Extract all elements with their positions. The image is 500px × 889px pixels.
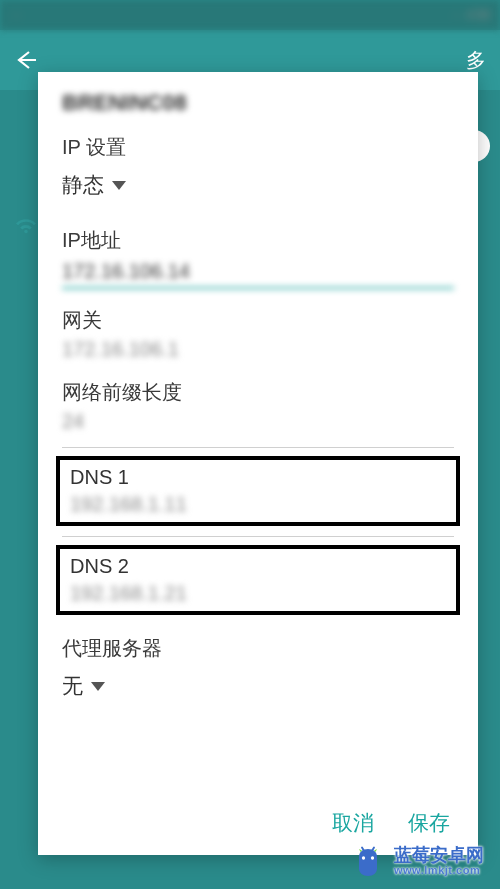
dns2-value[interactable]: 192.168.1.21 <box>70 582 446 605</box>
ip-settings-field[interactable]: IP 设置 静态 <box>62 124 454 217</box>
dialog-body: IP 设置 静态 IP地址 网关 172.16.106.1 网络前缀长度 24 … <box>38 124 478 795</box>
gateway-value[interactable]: 172.16.106.1 <box>62 338 454 361</box>
dns1-box: DNS 1 192.168.1.11 <box>56 456 460 526</box>
ip-settings-label: IP 设置 <box>62 134 454 161</box>
status-right: ···· 4:56 <box>450 8 490 22</box>
status-bar: ···· ···· 4:56 <box>0 0 500 30</box>
watermark-line2: www.lmkjt.com <box>394 865 484 877</box>
dns2-label: DNS 2 <box>70 555 446 578</box>
more-button[interactable]: 多 <box>466 47 486 74</box>
prefix-value[interactable]: 24 <box>62 410 454 433</box>
wifi-icon <box>12 210 40 238</box>
watermark-line1: 蓝莓安卓网 <box>394 846 484 865</box>
proxy-value: 无 <box>62 672 83 700</box>
separator <box>62 536 454 537</box>
ip-address-input[interactable] <box>62 258 454 289</box>
status-left: ···· <box>10 8 23 22</box>
prefix-field: 网络前缀长度 24 <box>62 369 454 441</box>
save-button[interactable]: 保存 <box>408 809 450 837</box>
logo-icon <box>350 843 386 879</box>
ip-address-field: IP地址 <box>62 217 454 297</box>
prefix-label: 网络前缀长度 <box>62 379 454 406</box>
watermark: 蓝莓安卓网 www.lmkjt.com <box>344 839 490 883</box>
gateway-field: 网关 172.16.106.1 <box>62 297 454 369</box>
svg-point-0 <box>362 856 365 859</box>
svg-point-1 <box>371 856 374 859</box>
dns1-value[interactable]: 192.168.1.11 <box>70 493 446 516</box>
ip-address-label: IP地址 <box>62 227 454 254</box>
proxy-field[interactable]: 代理服务器 无 <box>62 625 454 718</box>
ip-mode-value: 静态 <box>62 171 104 199</box>
wifi-config-dialog: BRENINC08 IP 设置 静态 IP地址 网关 172.16.106.1 … <box>38 72 478 855</box>
cancel-button[interactable]: 取消 <box>332 809 374 837</box>
chevron-down-icon <box>91 682 105 691</box>
separator <box>62 447 454 448</box>
dialog-title: BRENINC08 <box>38 72 478 124</box>
dns2-box: DNS 2 192.168.1.21 <box>56 545 460 615</box>
watermark-text: 蓝莓安卓网 www.lmkjt.com <box>394 846 484 876</box>
chevron-down-icon <box>112 181 126 190</box>
gateway-label: 网关 <box>62 307 454 334</box>
proxy-label: 代理服务器 <box>62 635 454 662</box>
ip-mode-dropdown[interactable]: 静态 <box>62 165 454 209</box>
proxy-dropdown[interactable]: 无 <box>62 666 454 710</box>
back-arrow-icon[interactable] <box>14 48 38 72</box>
dns1-label: DNS 1 <box>70 466 446 489</box>
